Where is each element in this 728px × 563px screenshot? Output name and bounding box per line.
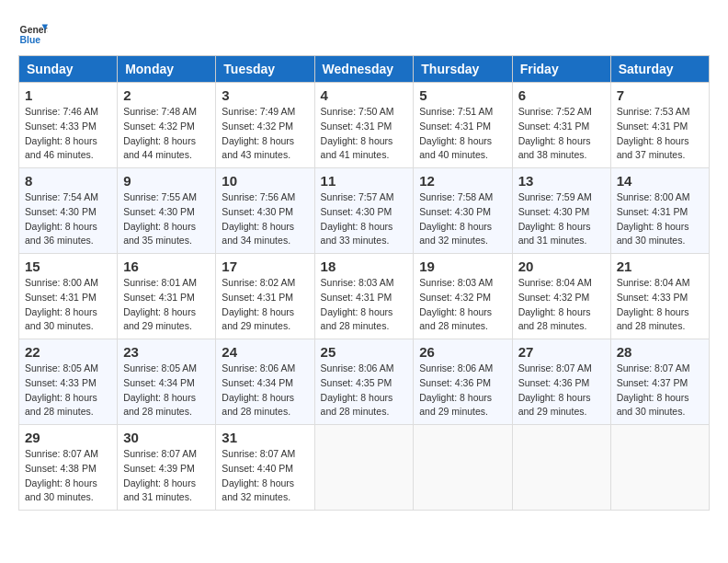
calendar-cell: 9 Sunrise: 7:55 AMSunset: 4:30 PMDayligh… bbox=[118, 168, 216, 254]
day-number: 19 bbox=[419, 259, 506, 274]
calendar-cell bbox=[512, 425, 610, 511]
day-info: Sunrise: 8:06 AMSunset: 4:34 PMDaylight:… bbox=[222, 362, 295, 417]
day-info: Sunrise: 7:46 AMSunset: 4:33 PMDaylight:… bbox=[25, 106, 98, 160]
calendar-cell: 11 Sunrise: 7:57 AMSunset: 4:30 PMDaylig… bbox=[314, 168, 414, 254]
calendar-week-row: 15 Sunrise: 8:00 AMSunset: 4:31 PMDaylig… bbox=[19, 254, 710, 339]
day-info: Sunrise: 7:53 AMSunset: 4:31 PMDaylight:… bbox=[617, 106, 690, 160]
day-number: 15 bbox=[25, 259, 111, 274]
calendar-cell: 23 Sunrise: 8:05 AMSunset: 4:34 PMDaylig… bbox=[118, 339, 216, 425]
day-number: 27 bbox=[518, 344, 605, 360]
calendar-cell: 27 Sunrise: 8:07 AMSunset: 4:36 PMDaylig… bbox=[512, 339, 610, 425]
calendar-header-row: SundayMondayTuesdayWednesdayThursdayFrid… bbox=[19, 56, 710, 83]
calendar-week-row: 29 Sunrise: 8:07 AMSunset: 4:38 PMDaylig… bbox=[19, 425, 710, 511]
day-number: 6 bbox=[518, 87, 605, 103]
day-info: Sunrise: 8:06 AMSunset: 4:36 PMDaylight:… bbox=[419, 362, 493, 417]
day-info: Sunrise: 7:59 AMSunset: 4:30 PMDaylight:… bbox=[518, 191, 592, 246]
column-header-wednesday: Wednesday bbox=[314, 56, 414, 83]
day-number: 11 bbox=[321, 173, 408, 189]
day-info: Sunrise: 8:07 AMSunset: 4:38 PMDaylight:… bbox=[25, 448, 98, 502]
day-info: Sunrise: 8:00 AMSunset: 4:31 PMDaylight:… bbox=[617, 191, 690, 246]
day-number: 18 bbox=[321, 259, 408, 274]
calendar-cell: 2 Sunrise: 7:48 AMSunset: 4:32 PMDayligh… bbox=[118, 83, 216, 168]
day-info: Sunrise: 8:04 AMSunset: 4:33 PMDaylight:… bbox=[617, 277, 690, 331]
day-number: 23 bbox=[123, 344, 210, 360]
day-info: Sunrise: 7:50 AMSunset: 4:31 PMDaylight:… bbox=[321, 106, 394, 160]
day-info: Sunrise: 8:07 AMSunset: 4:39 PMDaylight:… bbox=[123, 448, 197, 502]
column-header-tuesday: Tuesday bbox=[216, 56, 314, 83]
logo-icon: General Blue bbox=[18, 18, 48, 48]
day-number: 22 bbox=[25, 344, 111, 360]
calendar-cell: 7 Sunrise: 7:53 AMSunset: 4:31 PMDayligh… bbox=[610, 83, 709, 168]
day-info: Sunrise: 8:05 AMSunset: 4:33 PMDaylight:… bbox=[25, 362, 98, 417]
calendar-cell bbox=[314, 425, 414, 511]
day-info: Sunrise: 8:01 AMSunset: 4:31 PMDaylight:… bbox=[123, 277, 197, 331]
day-number: 14 bbox=[617, 173, 703, 189]
day-info: Sunrise: 7:51 AMSunset: 4:31 PMDaylight:… bbox=[419, 106, 493, 160]
calendar-cell: 19 Sunrise: 8:03 AMSunset: 4:32 PMDaylig… bbox=[414, 254, 512, 339]
calendar-cell: 6 Sunrise: 7:52 AMSunset: 4:31 PMDayligh… bbox=[512, 83, 610, 168]
day-info: Sunrise: 8:07 AMSunset: 4:40 PMDaylight:… bbox=[222, 448, 295, 502]
calendar-cell: 30 Sunrise: 8:07 AMSunset: 4:39 PMDaylig… bbox=[118, 425, 216, 511]
day-number: 28 bbox=[617, 344, 703, 360]
day-number: 1 bbox=[25, 87, 111, 103]
column-header-thursday: Thursday bbox=[414, 56, 512, 83]
calendar-cell: 16 Sunrise: 8:01 AMSunset: 4:31 PMDaylig… bbox=[118, 254, 216, 339]
calendar-table: SundayMondayTuesdayWednesdayThursdayFrid… bbox=[18, 55, 710, 511]
calendar-week-row: 1 Sunrise: 7:46 AMSunset: 4:33 PMDayligh… bbox=[19, 83, 710, 168]
day-number: 25 bbox=[321, 344, 408, 360]
calendar-cell: 28 Sunrise: 8:07 AMSunset: 4:37 PMDaylig… bbox=[610, 339, 709, 425]
day-number: 10 bbox=[222, 173, 308, 189]
svg-text:Blue: Blue bbox=[20, 35, 41, 45]
day-number: 5 bbox=[419, 87, 506, 103]
calendar-cell bbox=[414, 425, 512, 511]
day-info: Sunrise: 8:00 AMSunset: 4:31 PMDaylight:… bbox=[25, 277, 98, 331]
day-number: 4 bbox=[321, 87, 408, 103]
calendar-cell: 29 Sunrise: 8:07 AMSunset: 4:38 PMDaylig… bbox=[19, 425, 118, 511]
day-info: Sunrise: 8:03 AMSunset: 4:32 PMDaylight:… bbox=[419, 277, 493, 331]
calendar-cell: 18 Sunrise: 8:03 AMSunset: 4:31 PMDaylig… bbox=[314, 254, 414, 339]
day-info: Sunrise: 7:49 AMSunset: 4:32 PMDaylight:… bbox=[222, 106, 295, 160]
day-number: 13 bbox=[518, 173, 605, 189]
day-number: 17 bbox=[222, 259, 308, 274]
day-number: 7 bbox=[617, 87, 703, 103]
calendar-cell: 12 Sunrise: 7:58 AMSunset: 4:30 PMDaylig… bbox=[414, 168, 512, 254]
calendar-cell: 25 Sunrise: 8:06 AMSunset: 4:35 PMDaylig… bbox=[314, 339, 414, 425]
day-number: 20 bbox=[518, 259, 605, 274]
day-info: Sunrise: 8:07 AMSunset: 4:37 PMDaylight:… bbox=[617, 362, 690, 417]
day-info: Sunrise: 7:55 AMSunset: 4:30 PMDaylight:… bbox=[123, 191, 197, 246]
calendar-cell: 5 Sunrise: 7:51 AMSunset: 4:31 PMDayligh… bbox=[414, 83, 512, 168]
calendar-cell: 8 Sunrise: 7:54 AMSunset: 4:30 PMDayligh… bbox=[19, 168, 118, 254]
calendar-cell: 20 Sunrise: 8:04 AMSunset: 4:32 PMDaylig… bbox=[512, 254, 610, 339]
day-number: 29 bbox=[25, 430, 111, 445]
logo: General Blue bbox=[18, 18, 53, 48]
day-number: 21 bbox=[617, 259, 703, 274]
calendar-cell: 26 Sunrise: 8:06 AMSunset: 4:36 PMDaylig… bbox=[414, 339, 512, 425]
calendar-cell: 21 Sunrise: 8:04 AMSunset: 4:33 PMDaylig… bbox=[610, 254, 709, 339]
calendar-cell: 22 Sunrise: 8:05 AMSunset: 4:33 PMDaylig… bbox=[19, 339, 118, 425]
day-number: 12 bbox=[419, 173, 506, 189]
calendar-cell: 17 Sunrise: 8:02 AMSunset: 4:31 PMDaylig… bbox=[216, 254, 314, 339]
column-header-friday: Friday bbox=[512, 56, 610, 83]
calendar-cell: 10 Sunrise: 7:56 AMSunset: 4:30 PMDaylig… bbox=[216, 168, 314, 254]
calendar-cell: 15 Sunrise: 8:00 AMSunset: 4:31 PMDaylig… bbox=[19, 254, 118, 339]
day-info: Sunrise: 8:02 AMSunset: 4:31 PMDaylight:… bbox=[222, 277, 295, 331]
day-number: 3 bbox=[222, 87, 308, 103]
day-number: 24 bbox=[222, 344, 308, 360]
day-info: Sunrise: 8:07 AMSunset: 4:36 PMDaylight:… bbox=[518, 362, 592, 417]
day-number: 2 bbox=[123, 87, 210, 103]
day-info: Sunrise: 7:58 AMSunset: 4:30 PMDaylight:… bbox=[419, 191, 493, 246]
day-info: Sunrise: 8:04 AMSunset: 4:32 PMDaylight:… bbox=[518, 277, 592, 331]
column-header-monday: Monday bbox=[118, 56, 216, 83]
day-info: Sunrise: 8:03 AMSunset: 4:31 PMDaylight:… bbox=[321, 277, 394, 331]
day-number: 9 bbox=[123, 173, 210, 189]
column-header-sunday: Sunday bbox=[19, 56, 118, 83]
day-number: 8 bbox=[25, 173, 111, 189]
calendar-week-row: 8 Sunrise: 7:54 AMSunset: 4:30 PMDayligh… bbox=[19, 168, 710, 254]
day-number: 16 bbox=[123, 259, 210, 274]
column-header-saturday: Saturday bbox=[610, 56, 709, 83]
day-info: Sunrise: 7:52 AMSunset: 4:31 PMDaylight:… bbox=[518, 106, 592, 160]
day-info: Sunrise: 7:57 AMSunset: 4:30 PMDaylight:… bbox=[321, 191, 394, 246]
day-number: 26 bbox=[419, 344, 506, 360]
calendar-cell: 4 Sunrise: 7:50 AMSunset: 4:31 PMDayligh… bbox=[314, 83, 414, 168]
day-info: Sunrise: 8:06 AMSunset: 4:35 PMDaylight:… bbox=[321, 362, 394, 417]
